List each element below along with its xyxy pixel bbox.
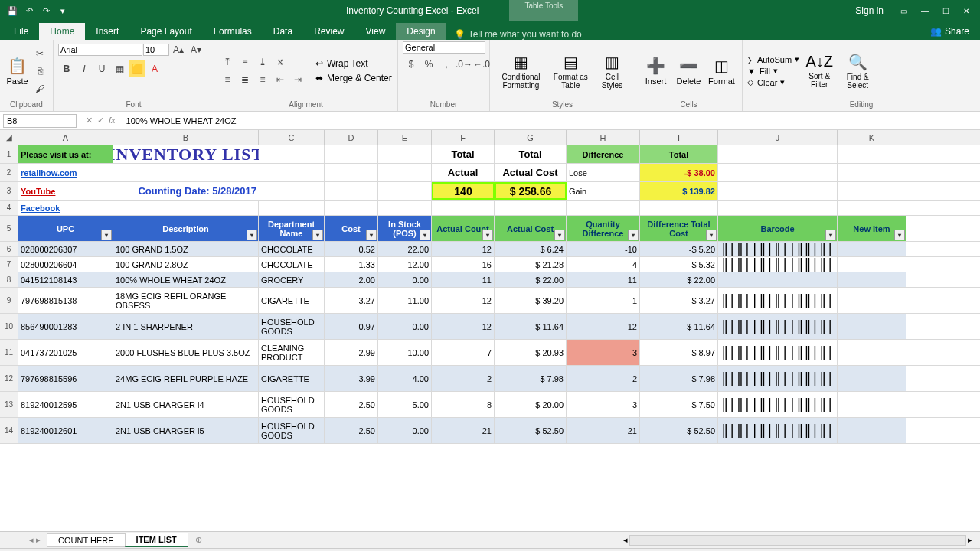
horizontal-scrollbar[interactable] (629, 535, 966, 546)
select-all-corner[interactable]: ◢ (0, 130, 18, 145)
tab-view[interactable]: View (355, 23, 397, 40)
cell-dept[interactable]: CHOCOLATE (259, 257, 325, 272)
cell-diff-total[interactable]: -$ 8.97 (640, 340, 718, 365)
cell-actual-cost[interactable]: $ 7.98 (495, 366, 567, 391)
cell-diff-total[interactable]: -$ 7.98 (640, 366, 718, 391)
cell-diff-total[interactable]: $ 52.50 (640, 418, 718, 443)
col-head-E[interactable]: E (378, 130, 432, 145)
cell-cost[interactable]: 0.97 (325, 314, 378, 339)
cell-cost[interactable]: 1.33 (325, 257, 378, 272)
align-top-icon[interactable]: ⤒ (219, 54, 236, 70)
cell-desc[interactable]: 2000 FLUSHES BLUE PLUS 3.5OZ (113, 340, 259, 365)
row-head[interactable]: 3 (0, 182, 18, 200)
cell-barcode[interactable]: ║│║││║│║││║║│║│║║║│║│║│║│ (718, 392, 838, 417)
cell-dept[interactable]: HOUSEHOLD GOODS (259, 418, 325, 443)
number-format-select[interactable] (403, 41, 485, 54)
cell-actual-cost[interactable]: $ 52.50 (495, 418, 567, 443)
filter-dropdown-icon[interactable]: ▾ (825, 230, 836, 240)
cell[interactable] (259, 164, 325, 181)
filter-dropdown-icon[interactable]: ▾ (706, 230, 717, 240)
cell-upc[interactable]: 028000206307 (18, 242, 113, 256)
decrease-font-icon[interactable]: A▾ (188, 41, 204, 58)
sign-in-link[interactable]: Sign in (849, 5, 890, 16)
sheet-tab-item-list[interactable]: ITEM LIST (125, 533, 188, 547)
align-bottom-icon[interactable]: ⤓ (254, 54, 271, 70)
cell-upc[interactable]: 041512108143 (18, 272, 113, 287)
sort-filter-button[interactable]: A↓ZSort & Filter (801, 45, 838, 97)
hdr-new-item[interactable]: New Item▾ (838, 216, 906, 241)
col-head-H[interactable]: H (567, 130, 640, 145)
cell-dept[interactable]: CHOCOLATE (259, 242, 325, 256)
insert-cells-button[interactable]: ➕Insert (640, 45, 671, 97)
row-head[interactable]: 1 (0, 145, 18, 163)
tab-insert[interactable]: Insert (85, 23, 129, 40)
filter-dropdown-icon[interactable]: ▾ (247, 230, 257, 240)
formula-input[interactable] (122, 115, 980, 127)
cell-barcode[interactable]: ║│║││║│║││║║│║│║║║│║│║│║│ (718, 340, 838, 365)
font-size-select[interactable] (143, 44, 169, 56)
cell[interactable] (838, 145, 906, 163)
font-color-icon[interactable]: A (146, 60, 163, 77)
cell-qty-diff[interactable]: -2 (567, 366, 640, 391)
align-right-icon[interactable]: ≡ (254, 71, 271, 88)
cell-diff-total[interactable]: $ 11.64 (640, 314, 718, 339)
cell-barcode[interactable]: ║│║││║│║││║║│║│║║║│║│║│║│ (718, 314, 838, 339)
cell-upc[interactable]: 819240012595 (18, 392, 113, 417)
hdr-dept[interactable]: Department Name▾ (259, 216, 325, 241)
row-head[interactable]: 2 (0, 164, 18, 181)
cell-cost[interactable]: 2.50 (325, 418, 378, 443)
cell-barcode[interactable]: ║│║││║│║││║║│║│║║║│║│║│║│ (718, 366, 838, 391)
filter-dropdown-icon[interactable]: ▾ (894, 230, 905, 240)
cell-actual-cost[interactable]: $ 21.28 (495, 257, 567, 272)
row-head[interactable]: 7 (0, 257, 18, 272)
col-head-B[interactable]: B (113, 130, 259, 145)
merge-center-button[interactable]: ⬌Merge & Center (312, 71, 392, 85)
cancel-formula-icon[interactable]: ✕ (86, 116, 93, 126)
hdr-upc[interactable]: UPC▾ (18, 216, 113, 241)
format-painter-icon[interactable]: 🖌 (31, 80, 48, 97)
cell[interactable] (567, 201, 640, 215)
cell-instock[interactable]: 12.00 (378, 257, 432, 272)
cell[interactable] (432, 201, 495, 215)
italic-button[interactable]: I (76, 60, 93, 77)
cell[interactable] (325, 164, 378, 181)
filter-dropdown-icon[interactable]: ▾ (482, 230, 493, 240)
row-head[interactable]: 13 (0, 392, 18, 417)
col-head-J[interactable]: J (718, 130, 838, 145)
cell-qty-diff[interactable]: 4 (567, 257, 640, 272)
cell-dept[interactable]: CLEANING PRODUCT (259, 340, 325, 365)
hdr-qty-diff[interactable]: Quantity Difference▾ (567, 216, 640, 241)
cell[interactable] (838, 201, 906, 215)
link-retailhow[interactable]: retailhow.com (18, 164, 113, 181)
row-head[interactable]: 9 (0, 288, 18, 313)
tab-page-layout[interactable]: Page Layout (129, 23, 202, 40)
decrease-indent-icon[interactable]: ⇤ (272, 71, 289, 88)
cell-upc[interactable]: 797698815596 (18, 366, 113, 391)
filter-dropdown-icon[interactable]: ▾ (366, 230, 377, 240)
increase-font-icon[interactable]: A▴ (170, 41, 187, 58)
row-head[interactable]: 14 (0, 418, 18, 443)
accounting-format-icon[interactable]: $ (403, 56, 420, 73)
cell-actual-count[interactable]: 12 (432, 288, 495, 313)
tab-design[interactable]: Design (396, 23, 446, 40)
col-head-C[interactable]: C (259, 130, 325, 145)
align-left-icon[interactable]: ≡ (219, 71, 236, 88)
sheet-tab-count[interactable]: COUNT HERE (47, 533, 126, 547)
cell-qty-diff[interactable]: 11 (567, 272, 640, 287)
cell-barcode[interactable]: ║│║││║│║││║║│║│║║║│║│║│║│ (718, 257, 838, 272)
increase-decimal-icon[interactable]: .0→ (456, 56, 472, 73)
underline-button[interactable]: U (93, 60, 110, 77)
borders-icon[interactable]: ▦ (111, 60, 128, 77)
maximize-icon[interactable]: ☐ (942, 7, 949, 15)
redo-icon[interactable]: ↷ (40, 5, 52, 17)
cell-new-item[interactable] (838, 366, 906, 391)
cell-actual-count[interactable]: 2 (432, 366, 495, 391)
cell[interactable] (325, 201, 378, 215)
cell-desc[interactable]: 100 GRAND 1.5OZ (113, 242, 259, 256)
minimize-icon[interactable]: — (921, 7, 929, 15)
cell[interactable] (325, 182, 378, 200)
cell-barcode[interactable]: ║│║││║│║││║║│║│║║║│║│║│║│ (718, 242, 838, 256)
hdr-barcode[interactable]: Barcode▾ (718, 216, 838, 241)
format-as-table-button[interactable]: ▤Format as Table (549, 45, 593, 97)
hdr-desc[interactable]: Description▾ (113, 216, 259, 241)
